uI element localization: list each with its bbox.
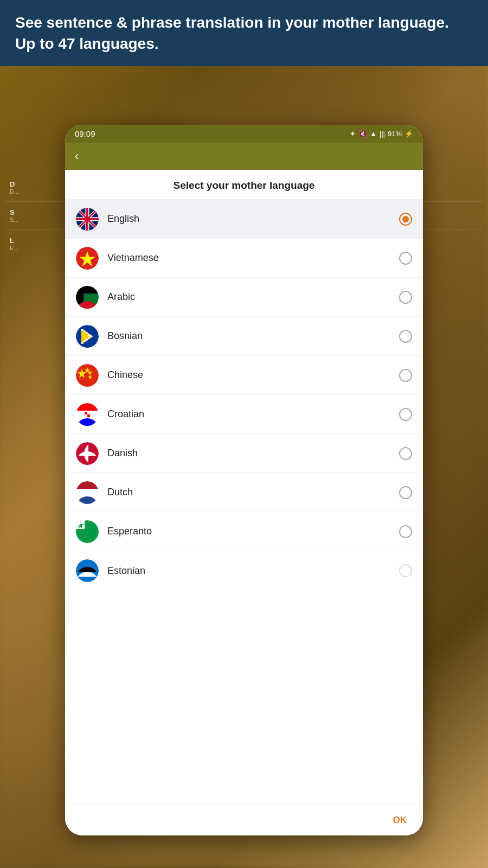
language-name-vietnamese: Vietnamese bbox=[107, 252, 399, 264]
radio-chinese[interactable] bbox=[399, 369, 412, 382]
flag-vietnamese bbox=[76, 247, 99, 270]
ok-button[interactable]: OK bbox=[388, 812, 413, 829]
radio-inner bbox=[402, 216, 409, 222]
language-list: English Vietnamese bbox=[65, 200, 423, 805]
dialog-footer: OK bbox=[65, 805, 423, 835]
language-item-arabic[interactable]: Arabic bbox=[65, 278, 423, 317]
svg-rect-34 bbox=[76, 403, 99, 411]
radio-vietnamese[interactable] bbox=[399, 252, 412, 265]
header-banner: See sentence & phrase translation in you… bbox=[0, 0, 488, 66]
language-item-esperanto[interactable]: Esperanto bbox=[65, 512, 423, 551]
status-icons: ✦ 🔇 ▲ ||| 91% ⚡ bbox=[350, 130, 413, 138]
language-item-bosnian[interactable]: Bosnian bbox=[65, 317, 423, 356]
language-item-dutch[interactable]: Dutch bbox=[65, 473, 423, 512]
svg-point-20 bbox=[84, 330, 86, 333]
signal-icon: ||| bbox=[380, 130, 385, 138]
svg-point-26 bbox=[84, 340, 86, 342]
flag-english bbox=[76, 208, 99, 231]
svg-point-25 bbox=[86, 339, 88, 341]
svg-point-19 bbox=[81, 329, 84, 331]
radio-bosnian[interactable] bbox=[399, 330, 412, 343]
svg-rect-37 bbox=[87, 412, 90, 414]
language-name-dutch: Dutch bbox=[107, 487, 399, 498]
radio-croatian[interactable] bbox=[399, 408, 412, 421]
flag-bosnian bbox=[76, 325, 99, 348]
language-name-estonian: Estonian bbox=[107, 565, 399, 577]
battery-icon: ⚡ bbox=[404, 130, 413, 138]
language-name-english: English bbox=[107, 213, 399, 225]
flag-estonian bbox=[76, 559, 99, 582]
language-item-estonian[interactable]: Estonian bbox=[65, 551, 423, 590]
language-item-english[interactable]: English bbox=[65, 200, 423, 239]
header-banner-text: See sentence & phrase translation in you… bbox=[15, 12, 473, 54]
svg-rect-39 bbox=[87, 414, 90, 417]
phone-mockup: 09:09 ✦ 🔇 ▲ ||| 91% ⚡ ‹ Select your moth… bbox=[65, 125, 423, 835]
language-name-esperanto: Esperanto bbox=[107, 526, 399, 537]
wifi-icon: ▲ bbox=[370, 130, 377, 138]
svg-point-22 bbox=[88, 334, 90, 336]
svg-point-24 bbox=[88, 337, 90, 339]
svg-point-23 bbox=[90, 335, 92, 337]
flag-arabic bbox=[76, 286, 99, 309]
svg-rect-44 bbox=[76, 481, 99, 489]
language-name-danish: Danish bbox=[107, 448, 399, 459]
language-name-croatian: Croatian bbox=[107, 409, 399, 420]
back-bar: ‹ bbox=[65, 143, 423, 170]
status-bar: 09:09 ✦ 🔇 ▲ ||| 91% ⚡ bbox=[65, 125, 423, 143]
language-item-danish[interactable]: Danish bbox=[65, 434, 423, 473]
svg-rect-14 bbox=[76, 286, 99, 293]
language-dialog: Select your mother language bbox=[65, 170, 423, 835]
radio-dutch[interactable] bbox=[399, 486, 412, 499]
flag-chinese bbox=[76, 364, 99, 387]
language-name-bosnian: Bosnian bbox=[107, 330, 399, 342]
dialog-title: Select your mother language bbox=[65, 170, 423, 200]
svg-rect-38 bbox=[85, 414, 87, 417]
flag-esperanto bbox=[76, 520, 99, 543]
language-name-chinese: Chinese bbox=[107, 369, 399, 381]
language-item-chinese[interactable]: Chinese bbox=[65, 356, 423, 395]
radio-esperanto[interactable] bbox=[399, 525, 412, 538]
language-item-croatian[interactable]: Croatian bbox=[65, 395, 423, 434]
svg-point-21 bbox=[86, 332, 88, 334]
flag-danish bbox=[76, 442, 99, 465]
language-item-vietnamese[interactable]: Vietnamese bbox=[65, 239, 423, 278]
svg-point-27 bbox=[81, 342, 84, 344]
mute-icon: 🔇 bbox=[358, 130, 367, 138]
back-button[interactable]: ‹ bbox=[75, 149, 79, 163]
radio-estonian[interactable] bbox=[399, 564, 412, 577]
radio-english[interactable] bbox=[399, 213, 412, 226]
radio-danish[interactable] bbox=[399, 447, 412, 460]
bluetooth-icon: ✦ bbox=[350, 130, 356, 138]
status-time: 09:09 bbox=[75, 129, 95, 138]
flag-dutch bbox=[76, 481, 99, 504]
svg-rect-36 bbox=[85, 412, 87, 414]
language-name-arabic: Arabic bbox=[107, 291, 399, 303]
flag-croatian bbox=[76, 403, 99, 426]
radio-arabic[interactable] bbox=[399, 291, 412, 304]
battery-text: 91% bbox=[388, 130, 402, 138]
